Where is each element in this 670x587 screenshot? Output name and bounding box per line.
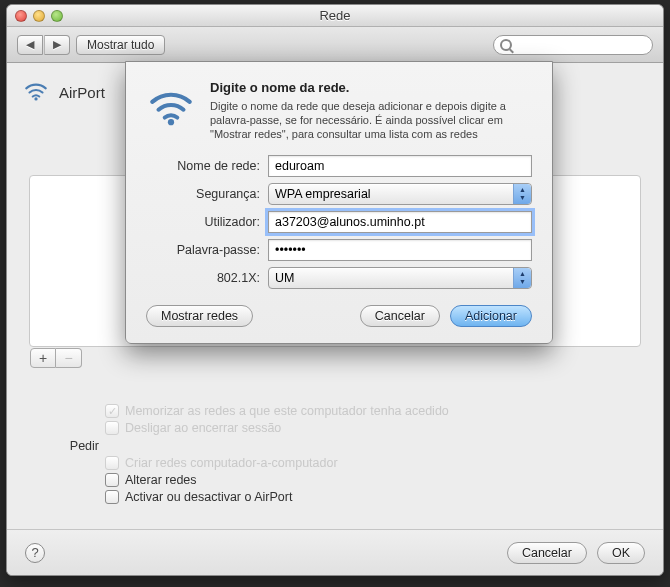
checkbox-icon[interactable] [105, 490, 119, 504]
search-icon [500, 39, 512, 51]
user-input[interactable] [268, 211, 532, 233]
add-network-sheet: Digite o nome da rede. Digite o nome da … [125, 61, 553, 344]
network-name-label: Nome de rede: [146, 159, 268, 173]
checkbox-icon[interactable] [105, 421, 119, 435]
create-adhoc-checkbox-row: Criar redes computador-a-computador [105, 456, 633, 470]
show-all-button[interactable]: Mostrar tudo [76, 35, 165, 55]
forward-button[interactable]: ▶ [44, 35, 70, 55]
checkbox-icon[interactable] [105, 456, 119, 470]
show-networks-button[interactable]: Mostrar redes [146, 305, 253, 327]
back-button[interactable]: ◀ [17, 35, 43, 55]
toggle-airport-checkbox-row: Activar ou desactivar o AirPort [105, 490, 633, 504]
checkbox-icon[interactable] [105, 473, 119, 487]
remember-networks-checkbox-row: ✓ Memorizar as redes a que este computad… [105, 404, 633, 418]
sheet-subtext: Digite o nome da rede que deseja adicion… [210, 99, 532, 141]
chevron-updown-icon [513, 268, 531, 288]
logout-disconnect-checkbox-row: Desligar ao encerrar sessão [105, 421, 633, 435]
ok-button[interactable]: OK [597, 542, 645, 564]
sheet-heading: Digite o nome da rede. [210, 80, 532, 95]
search-input[interactable] [516, 39, 646, 51]
security-select[interactable]: WPA empresarial [268, 183, 532, 205]
preferences-window: Rede ◀ ▶ Mostrar tudo AirPort Redes pref… [6, 4, 664, 576]
titlebar: Rede [7, 5, 663, 27]
search-field[interactable] [493, 35, 653, 55]
remove-network-button: − [56, 348, 82, 368]
svg-point-1 [168, 119, 174, 125]
dot1x-label: 802.1X: [146, 271, 268, 285]
add-network-button[interactable]: + [30, 348, 56, 368]
airport-label: AirPort [59, 84, 105, 101]
toolbar: ◀ ▶ Mostrar tudo [7, 27, 663, 63]
chevron-updown-icon [513, 184, 531, 204]
wifi-icon [146, 80, 196, 141]
checkbox-icon[interactable]: ✓ [105, 404, 119, 418]
bottom-bar: ? Cancelar OK [7, 529, 663, 575]
cancel-button[interactable]: Cancelar [507, 542, 587, 564]
network-name-input[interactable] [268, 155, 532, 177]
sheet-add-button[interactable]: Adicionar [450, 305, 532, 327]
sheet-cancel-button[interactable]: Cancelar [360, 305, 440, 327]
lower-options: ✓ Memorizar as redes a que este computad… [105, 401, 633, 507]
svg-point-0 [34, 97, 37, 100]
user-label: Utilizador: [146, 215, 268, 229]
pedir-label-row: Pedir [105, 439, 633, 453]
security-label: Segurança: [146, 187, 268, 201]
password-input[interactable] [268, 239, 532, 261]
change-networks-checkbox-row: Alterar redes [105, 473, 633, 487]
wifi-icon [23, 77, 49, 107]
dot1x-select[interactable]: UM [268, 267, 532, 289]
window-title: Rede [7, 8, 663, 23]
password-label: Palavra-passe: [146, 243, 268, 257]
help-button[interactable]: ? [25, 543, 45, 563]
